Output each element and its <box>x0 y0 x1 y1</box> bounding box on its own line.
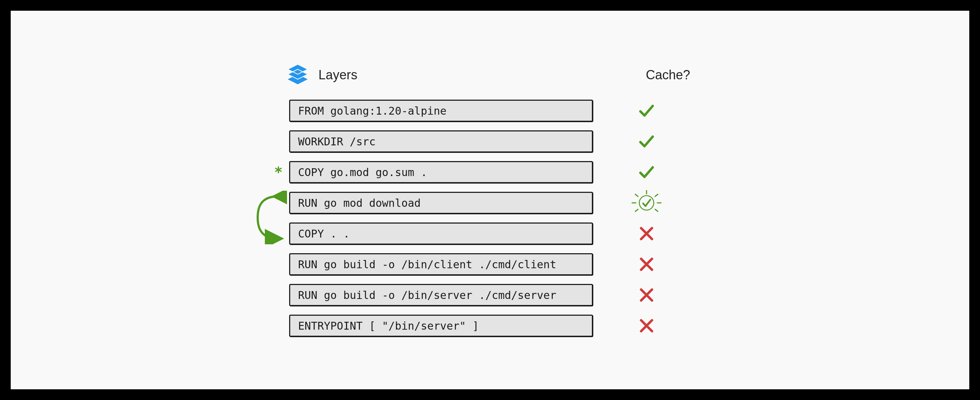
layers-heading: Layers <box>318 68 357 83</box>
layer-text: RUN go build -o /bin/server ./cmd/server <box>298 289 556 302</box>
layer-row: WORKDIR /src <box>258 130 722 153</box>
diagram-canvas: Layers Cache? FROM golang:1.20-alpine WO… <box>258 63 722 337</box>
highlight-badge <box>630 187 663 219</box>
layer-box: WORKDIR /src <box>289 130 593 152</box>
layer-box: RUN go build -o /bin/server ./cmd/server <box>289 284 593 306</box>
layer-row: ENTRYPOINT [ "/bin/server" ] <box>258 314 722 337</box>
layer-text: WORKDIR /src <box>298 135 375 148</box>
asterisk-marker-icon: * <box>274 164 283 180</box>
cache-status-miss <box>607 318 686 333</box>
cache-heading: Cache? <box>646 68 690 83</box>
cache-status-hit-highlight <box>607 187 686 219</box>
cache-status-hit <box>607 103 686 119</box>
svg-line-6 <box>635 194 638 197</box>
cache-status-hit <box>607 164 686 180</box>
layer-text: COPY go.mod go.sum . <box>298 166 427 179</box>
layer-box: FROM golang:1.20-alpine <box>289 100 593 122</box>
layer-box: ENTRYPOINT [ "/bin/server" ] <box>289 315 593 337</box>
layer-text: FROM golang:1.20-alpine <box>298 105 446 117</box>
layer-row: RUN go build -o /bin/server ./cmd/server <box>258 284 722 306</box>
layer-text: ENTRYPOINT [ "/bin/server" ] <box>298 320 479 332</box>
cache-status-miss <box>607 226 686 241</box>
cache-status-miss <box>607 257 686 272</box>
layer-row: FROM golang:1.20-alpine <box>258 99 722 122</box>
layer-text: COPY . . <box>298 227 350 240</box>
header-row: Layers Cache? <box>258 63 722 87</box>
layer-box: RUN go build -o /bin/client ./cmd/client <box>289 253 593 275</box>
layer-box: COPY go.mod go.sum . <box>289 161 593 183</box>
layer-row: COPY . . <box>258 222 722 245</box>
layer-row: RUN go mod download <box>258 191 722 214</box>
cache-status-miss <box>607 287 686 303</box>
layer-row: * COPY go.mod go.sum . <box>258 161 722 184</box>
layer-row: RUN go build -o /bin/client ./cmd/client <box>258 253 722 276</box>
layers-stack-icon <box>285 63 310 87</box>
svg-point-12 <box>640 196 654 210</box>
layer-text: RUN go build -o /bin/client ./cmd/client <box>298 258 556 271</box>
layer-box: RUN go mod download <box>289 192 593 214</box>
row-gutter: * <box>258 164 289 180</box>
svg-line-11 <box>655 209 658 211</box>
layer-rows: FROM golang:1.20-alpine WORKDIR /src * <box>258 99 722 337</box>
cache-status-hit <box>607 133 686 150</box>
svg-line-7 <box>655 194 658 197</box>
svg-line-10 <box>635 209 638 211</box>
layer-box: COPY . . <box>289 222 593 244</box>
diagram-frame: Layers Cache? FROM golang:1.20-alpine WO… <box>11 11 969 389</box>
layer-text: RUN go mod download <box>298 197 421 209</box>
